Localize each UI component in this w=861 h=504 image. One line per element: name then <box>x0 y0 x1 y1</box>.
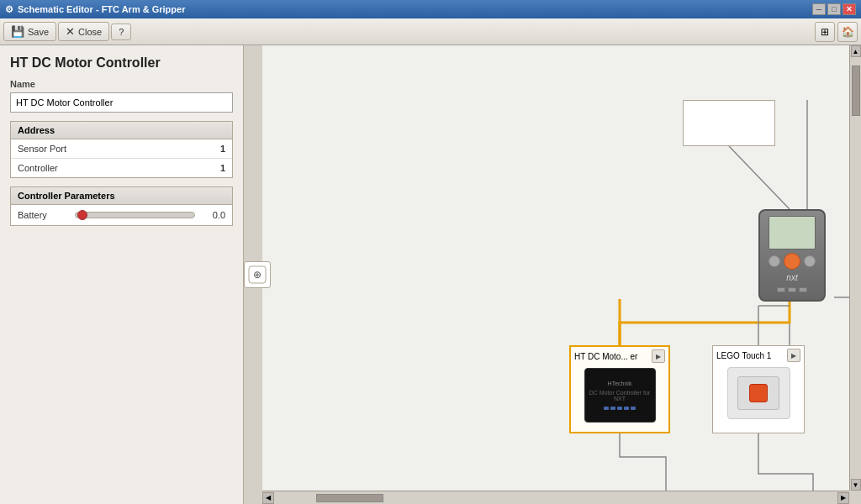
home-icon-button[interactable]: 🏠 <box>837 22 858 42</box>
address-row-controller: Controller 1 <box>11 159 232 178</box>
ht-motor-node[interactable]: HT DC Moto... er ▶ HTechnik DC Motor Con… <box>569 345 670 433</box>
address-row-sensor: Sensor Port 1 <box>11 139 232 159</box>
nxt-port-3 <box>799 287 807 292</box>
battery-row: Battery 0.0 <box>11 205 232 225</box>
sensor-port-label: Sensor Port <box>11 139 182 159</box>
address-header: Address <box>11 122 232 139</box>
app-icon: ⚙ <box>5 4 13 15</box>
battery-slider-track[interactable] <box>75 212 195 218</box>
scroll-up-btn[interactable]: ▲ <box>851 45 861 57</box>
canvas-wrapper: ⊕ <box>244 45 861 504</box>
motor-device-desc: DC Motor Controller for NXT <box>585 390 655 402</box>
battery-value: 0.0 <box>202 210 225 220</box>
scroll-down-btn[interactable]: ▼ <box>851 479 861 491</box>
svg-text:⊕: ⊕ <box>253 269 261 281</box>
svg-line-11 <box>729 146 790 209</box>
title-bar: ⚙ Schematic Editor - FTC Arm & Gripper ─… <box>0 0 861 18</box>
maximize-button[interactable]: □ <box>827 3 841 15</box>
save-icon: 💾 <box>11 25 24 38</box>
nxt-btn-center[interactable] <box>784 253 800 270</box>
close-window-button[interactable]: ✕ <box>843 3 856 15</box>
motor-device-brand: HTechnik <box>608 381 632 387</box>
main-layout: HT DC Motor Controller Name Address Sens… <box>0 45 861 504</box>
lego-touch-top: LEGO Touch 1 ▶ <box>713 346 804 362</box>
canvas-area[interactable]: nxt HT DC Moto... er ▶ <box>262 45 861 491</box>
scroll-thumb-h[interactable] <box>316 494 383 502</box>
window-title: Schematic Editor - FTC Arm & Gripper <box>18 4 185 14</box>
lego-touch-play-btn[interactable]: ▶ <box>787 349 800 362</box>
save-button[interactable]: 💾 Save <box>3 22 56 41</box>
ht-motor-label: HT DC Moto... er <box>574 352 645 361</box>
canvas-inner: nxt HT DC Moto... er ▶ <box>262 45 861 491</box>
close-button[interactable]: ✕ Close <box>58 22 109 41</box>
name-input[interactable] <box>10 92 233 113</box>
params-header: Controller Parameters <box>11 187 232 205</box>
toolbar: 💾 Save ✕ Close ? ⊞ 🏠 <box>0 18 861 45</box>
sensor-port-value: 1 <box>182 139 232 159</box>
grid-icon-button[interactable]: ⊞ <box>815 22 835 42</box>
scroll-left-btn[interactable]: ◀ <box>262 492 274 504</box>
controller-value: 1 <box>182 159 232 178</box>
name-label: Name <box>10 79 233 89</box>
vertical-scrollbar[interactable]: ▲ ▼ <box>849 45 861 491</box>
params-section: Controller Parameters Battery 0.0 <box>10 186 233 226</box>
address-table: Sensor Port 1 Controller 1 <box>11 139 232 177</box>
nxt-device[interactable]: nxt <box>758 209 826 302</box>
battery-slider-thumb[interactable] <box>77 210 87 220</box>
nxt-port-2 <box>788 287 796 292</box>
scroll-thumb-v[interactable] <box>852 66 860 116</box>
scroll-track-v <box>852 57 860 479</box>
ht-motor-top: HT DC Moto... er ▶ <box>571 347 668 363</box>
minimize-button[interactable]: ─ <box>812 3 826 15</box>
nxt-buttons <box>769 253 816 270</box>
lego-touch-label: LEGO Touch 1 <box>716 351 780 360</box>
nxt-port-1 <box>777 287 785 292</box>
horizontal-scrollbar[interactable]: ◀ ▶ <box>262 491 849 504</box>
zoom-control[interactable]: ⊕ <box>244 261 271 288</box>
address-section: Address Sensor Port 1 Controller 1 <box>10 121 233 178</box>
nxt-label: nxt <box>786 273 797 282</box>
nxt-ports <box>777 287 807 292</box>
left-panel: HT DC Motor Controller Name Address Sens… <box>0 45 244 504</box>
nxt-screen <box>769 216 816 249</box>
controller-label: Controller <box>11 159 182 178</box>
close-icon: ✕ <box>66 25 75 38</box>
scroll-track-h <box>274 494 837 502</box>
panel-title: HT DC Motor Controller <box>10 55 233 71</box>
ht-motor-body: HTechnik DC Motor Controller for NXT <box>571 363 668 428</box>
scroll-right-btn[interactable]: ▶ <box>837 492 849 504</box>
nxt-btn-right[interactable] <box>804 255 816 267</box>
help-button[interactable]: ? <box>111 24 131 40</box>
lego-touch-node[interactable]: LEGO Touch 1 ▶ <box>712 345 805 433</box>
battery-label: Battery <box>18 210 68 220</box>
ht-motor-play-btn[interactable]: ▶ <box>652 349 665 363</box>
lego-touch-body <box>713 362 804 424</box>
top-box-1 <box>683 100 775 146</box>
nxt-btn-left[interactable] <box>769 255 780 267</box>
